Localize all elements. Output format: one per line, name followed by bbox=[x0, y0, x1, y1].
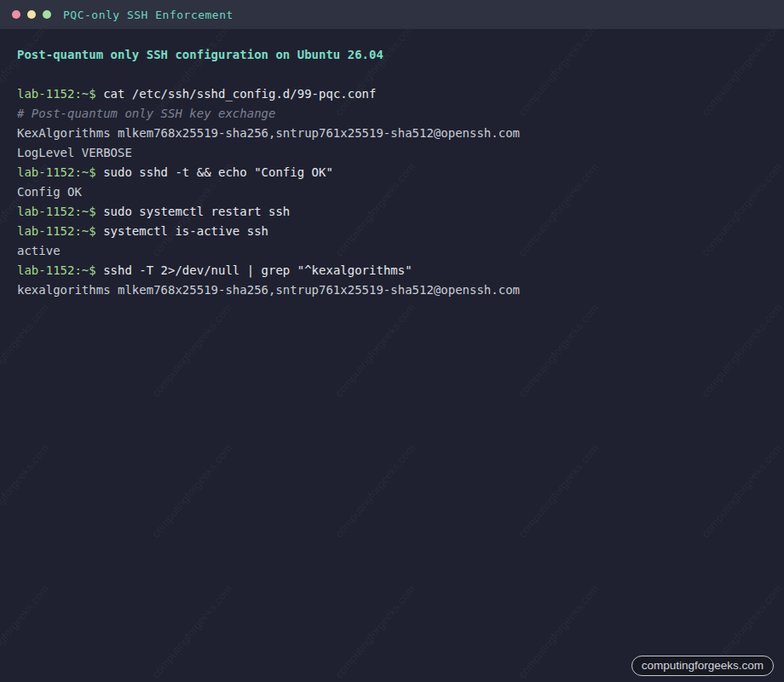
terminal-line: lab-1152:~$ systemctl is-active ssh bbox=[17, 222, 767, 241]
watermark-tile: computingforgeeks.com bbox=[699, 301, 784, 399]
watermark-badge: computingforgeeks.com bbox=[631, 656, 774, 676]
watermark-tile: computingforgeeks.com bbox=[516, 301, 601, 399]
maximize-button[interactable] bbox=[43, 10, 51, 19]
watermark-tile: computingforgeeks.com bbox=[0, 582, 51, 680]
terminal-line: lab-1152:~$ sudo sshd -t && echo "Config… bbox=[17, 163, 767, 182]
terminal-line: KexAlgorithms mlkem768x25519-sha256,sntr… bbox=[17, 124, 767, 143]
terminal-text-segment: lab-1152:~$ bbox=[17, 87, 103, 101]
terminal-text-segment: LogLevel VERBOSE bbox=[17, 146, 132, 159]
watermark-tile: computingforgeeks.com bbox=[332, 582, 418, 680]
terminal-text-segment: Post-quantum only SSH configuration on U… bbox=[17, 48, 383, 61]
close-button[interactable] bbox=[12, 10, 20, 19]
watermark-tile: computingforgeeks.com bbox=[516, 582, 601, 680]
terminal-screen[interactable]: computingforgeeks.comcomputingforgeeks.c… bbox=[0, 29, 784, 682]
titlebar: PQC-only SSH Enforcement bbox=[0, 0, 784, 29]
terminal-output: Post-quantum only SSH configuration on U… bbox=[17, 45, 767, 300]
terminal-line: lab-1152:~$ sshd -T 2>/dev/null | grep "… bbox=[17, 261, 767, 280]
watermark-tile: computingforgeeks.com bbox=[0, 442, 51, 540]
terminal-text-segment: sshd -T 2>/dev/null | grep "^kexalgorith… bbox=[103, 263, 412, 277]
window-title: PQC-only SSH Enforcement bbox=[63, 9, 233, 21]
terminal-text-segment: cat /etc/ssh/sshd_config.d/99-pqc.conf bbox=[103, 87, 376, 101]
terminal-line: lab-1152:~$ cat /etc/ssh/sshd_config.d/9… bbox=[17, 84, 767, 104]
terminal-text-segment: lab-1152:~$ bbox=[17, 165, 103, 179]
terminal-text-segment: Config OK bbox=[17, 185, 82, 199]
terminal-text-segment: systemctl is-active ssh bbox=[103, 224, 268, 238]
watermark-tile: computingforgeeks.com bbox=[149, 582, 234, 680]
watermark-tile: computingforgeeks.com bbox=[332, 442, 418, 540]
terminal-line: # Post-quantum only SSH key exchange bbox=[17, 104, 767, 124]
terminal-text-segment: sudo systemctl restart ssh bbox=[103, 205, 290, 218]
minimize-button[interactable] bbox=[27, 10, 36, 19]
terminal-text-segment: active bbox=[17, 244, 61, 257]
watermark-tile: computingforgeeks.com bbox=[699, 442, 784, 540]
terminal-line: LogLevel VERBOSE bbox=[17, 143, 767, 163]
terminal-text-segment: lab-1152:~$ bbox=[17, 224, 103, 238]
terminal-text-segment: sudo sshd -t && echo "Config OK" bbox=[103, 165, 333, 179]
watermark-tile: computingforgeeks.com bbox=[0, 301, 51, 399]
watermark-tile: computingforgeeks.com bbox=[332, 301, 418, 399]
watermark-tile: computingforgeeks.com bbox=[516, 442, 601, 540]
terminal-text-segment: KexAlgorithms mlkem768x25519-sha256,sntr… bbox=[17, 126, 520, 140]
terminal-line bbox=[17, 65, 767, 84]
watermark-tile: computingforgeeks.com bbox=[149, 301, 234, 399]
terminal-text-segment: # Post-quantum only SSH key exchange bbox=[17, 107, 275, 120]
watermark-badge-text: computingforgeeks.com bbox=[642, 659, 764, 672]
terminal-text-segment: lab-1152:~$ bbox=[17, 263, 103, 277]
terminal-line: Post-quantum only SSH configuration on U… bbox=[17, 45, 767, 65]
terminal-text-segment: lab-1152:~$ bbox=[17, 205, 103, 218]
terminal-window: PQC-only SSH Enforcement computingforgee… bbox=[0, 0, 784, 682]
terminal-line: Config OK bbox=[17, 182, 767, 202]
watermark-tile: computingforgeeks.com bbox=[149, 442, 234, 540]
terminal-line: kexalgorithms mlkem768x25519-sha256,sntr… bbox=[17, 280, 767, 300]
terminal-line: lab-1152:~$ sudo systemctl restart ssh bbox=[17, 202, 767, 222]
terminal-line: active bbox=[17, 241, 767, 261]
terminal-text-segment: kexalgorithms mlkem768x25519-sha256,sntr… bbox=[17, 283, 520, 297]
